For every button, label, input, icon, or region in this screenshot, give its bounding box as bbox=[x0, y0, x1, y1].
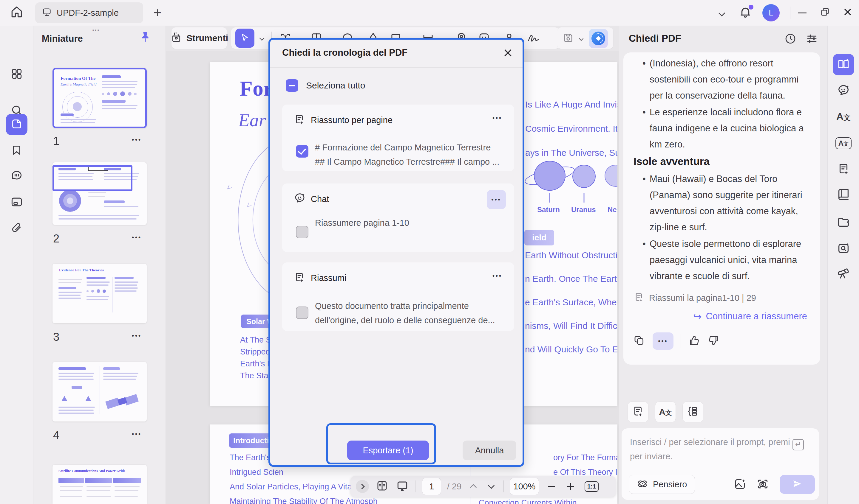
signature-tool[interactable] bbox=[526, 31, 543, 45]
previous-page-button[interactable] bbox=[467, 481, 479, 492]
maximize-button[interactable] bbox=[817, 4, 833, 21]
save-dropdown[interactable] bbox=[577, 35, 585, 42]
save-button[interactable] bbox=[561, 32, 575, 45]
avatar[interactable]: L bbox=[762, 4, 780, 21]
select-tool-dropdown[interactable] bbox=[257, 34, 266, 42]
zoom-input[interactable] bbox=[510, 478, 539, 495]
thumb1-menu-button[interactable] bbox=[132, 137, 142, 143]
ai-translate-page-button[interactable]: A文 bbox=[833, 132, 854, 154]
next-page-button[interactable] bbox=[485, 481, 497, 492]
thinking-toggle[interactable]: Pensiero bbox=[629, 475, 695, 494]
settings-button[interactable] bbox=[804, 32, 819, 47]
prompt-input[interactable]: Inserisci / per selezionare il prompt, p… bbox=[630, 436, 811, 462]
ai-response-bubble: (Indonesia), che offrono resort sostenib… bbox=[623, 52, 820, 365]
thumb4-menu-button[interactable] bbox=[132, 431, 142, 438]
panel-drag-handle[interactable]: ⋯ bbox=[92, 26, 101, 35]
home-button[interactable] bbox=[7, 3, 26, 22]
ai-search-button[interactable] bbox=[833, 238, 854, 260]
thumbs-up-button[interactable] bbox=[689, 334, 700, 348]
thumb1-planet-dots bbox=[102, 92, 140, 96]
minimize-button[interactable] bbox=[794, 4, 811, 21]
ai-summary-button[interactable] bbox=[833, 159, 854, 180]
copy-button[interactable] bbox=[633, 334, 646, 348]
zoom-in-button[interactable] bbox=[564, 480, 577, 493]
quick-outline-button[interactable] bbox=[682, 401, 703, 422]
collapse-toolbar-button[interactable] bbox=[356, 480, 369, 493]
telescope-icon bbox=[837, 266, 850, 281]
atom-icon bbox=[637, 478, 648, 491]
send-button[interactable] bbox=[780, 475, 815, 494]
doc-sparkle-icon bbox=[837, 162, 850, 177]
strumenti-button[interactable]: Strumenti bbox=[171, 27, 227, 49]
cancel-button[interactable]: Annulla bbox=[463, 441, 516, 460]
card-menu-button[interactable] bbox=[493, 272, 502, 279]
id-card-icon bbox=[10, 195, 23, 210]
quick-summary-button[interactable] bbox=[628, 401, 648, 422]
page1-text-line: At The Sa bbox=[240, 335, 271, 345]
thumb5-title: Satellite Communications And Power Grids bbox=[59, 469, 125, 473]
minimize-icon bbox=[798, 13, 807, 13]
thumb1-page-number: 1 bbox=[53, 135, 59, 147]
bell-icon bbox=[738, 15, 752, 20]
pin-panel-button[interactable] bbox=[138, 30, 154, 46]
grid-view-button[interactable] bbox=[6, 64, 27, 85]
quick-translate-button[interactable]: A文 bbox=[655, 401, 676, 422]
attachments-button[interactable] bbox=[6, 218, 27, 239]
thumb2-menu-button[interactable] bbox=[132, 234, 142, 241]
select-tool-button[interactable] bbox=[235, 29, 254, 48]
presentation-button[interactable] bbox=[395, 479, 409, 493]
ai-chat-button[interactable] bbox=[833, 80, 854, 101]
card-menu-button-active[interactable] bbox=[487, 190, 506, 209]
zoom-out-button[interactable] bbox=[545, 480, 558, 493]
ai-files-button[interactable] bbox=[833, 212, 854, 234]
dictionary-button[interactable] bbox=[833, 184, 854, 206]
card-checkbox[interactable] bbox=[296, 226, 308, 238]
history-card-chat[interactable]: Chat Riassumere pagina 1-10 bbox=[282, 184, 514, 252]
screenshot-button[interactable] bbox=[755, 477, 771, 493]
card-checkbox[interactable] bbox=[296, 306, 308, 319]
card-menu-button[interactable] bbox=[493, 115, 502, 122]
thumbnail-page-5[interactable]: Satellite Communications And Power Grids bbox=[52, 465, 147, 504]
thumb3-menu-button[interactable] bbox=[132, 332, 142, 339]
actual-size-button[interactable]: 1:1 bbox=[583, 480, 600, 493]
topbar-collapse-button[interactable] bbox=[715, 6, 728, 20]
ai-read-button[interactable] bbox=[833, 54, 854, 75]
close-window-button[interactable]: × bbox=[839, 3, 856, 20]
insert-image-button[interactable] bbox=[732, 477, 748, 493]
continue-link[interactable]: ↪ Continuare a riassumere bbox=[640, 310, 807, 322]
thumbnails-panel-button[interactable] bbox=[6, 114, 27, 135]
thumbnail-page-3[interactable]: Evidence For The Theories bbox=[52, 264, 147, 323]
page2-text-line: e Of This Theory Is The Motion O bbox=[553, 468, 617, 477]
thumbnail-page-2[interactable] bbox=[52, 162, 147, 225]
history-card-summary-pages[interactable]: Riassunto per pagine # Formazione del Ca… bbox=[282, 105, 514, 171]
page-number-input[interactable] bbox=[422, 478, 441, 495]
topbar-divider bbox=[790, 6, 790, 19]
select-all-checkbox[interactable] bbox=[286, 79, 298, 92]
ai-tools-rail: A文 A文 bbox=[827, 26, 859, 504]
document-tab[interactable]: UPDF-2-sample bbox=[35, 2, 143, 23]
export-button[interactable]: Esportare (1) bbox=[347, 441, 429, 460]
history-card-summary[interactable]: Riassumi Questo documento tratta princip… bbox=[282, 263, 514, 331]
page1-text-line: Is Like A Huge And Invisible Prote bbox=[525, 99, 617, 110]
card-title: Riassumi bbox=[311, 273, 346, 283]
doc-sparkle-icon bbox=[293, 113, 305, 127]
notifications-button[interactable] bbox=[738, 5, 754, 21]
ai-translate-button[interactable]: A文 bbox=[833, 106, 854, 127]
card-checkbox[interactable] bbox=[296, 145, 308, 158]
new-tab-button[interactable]: + bbox=[149, 4, 166, 21]
paperclip-icon bbox=[11, 221, 23, 235]
select-all-row[interactable]: Seleziona tutto bbox=[286, 78, 365, 93]
stamps-button[interactable] bbox=[6, 192, 27, 213]
thumbnail-page-4[interactable] bbox=[52, 362, 147, 422]
ai-assistant-button[interactable] bbox=[589, 29, 608, 48]
thumbs-down-button[interactable] bbox=[708, 334, 719, 348]
thumbnail-page-1[interactable]: Formation Of The Earth's Magnetic Field bbox=[52, 68, 147, 128]
bookmarks-button[interactable] bbox=[6, 140, 27, 161]
planet-label: Uranus bbox=[571, 206, 596, 214]
comments-button[interactable] bbox=[6, 166, 27, 187]
reading-view-button[interactable] bbox=[375, 479, 389, 493]
explore-button[interactable] bbox=[833, 263, 854, 284]
modal-close-button[interactable]: × bbox=[503, 44, 512, 62]
more-actions-button[interactable] bbox=[652, 332, 674, 350]
history-button[interactable] bbox=[783, 32, 798, 47]
